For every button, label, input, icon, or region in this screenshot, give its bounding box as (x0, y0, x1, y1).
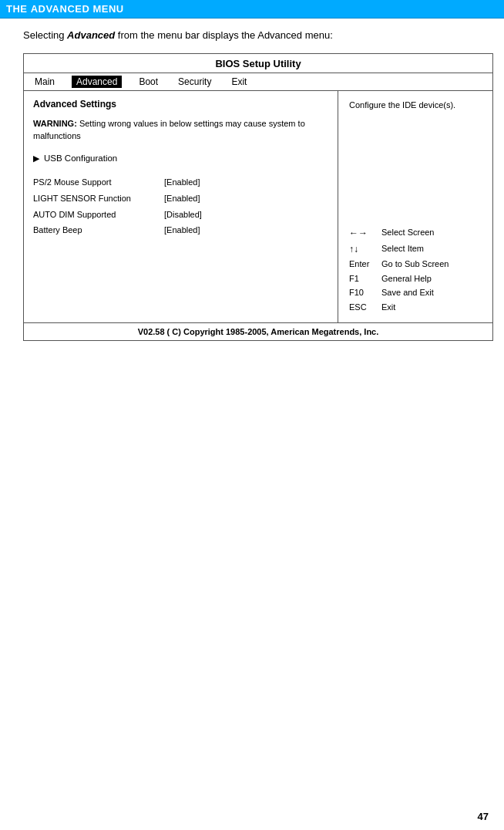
bios-menu-boot: Boot (136, 76, 161, 88)
bios-warning: WARNING: Setting wrong values in below s… (33, 117, 330, 143)
bios-right-panel: Configure the IDE device(s). ←→ Select S… (338, 91, 492, 322)
bios-menubar: Main Advanced Boot Security Exit (24, 73, 492, 91)
setting-value-3: [Enabled] (164, 222, 200, 238)
key-desc-5: Exit (381, 300, 395, 315)
bios-main-area: Advanced Settings WARNING: Setting wrong… (24, 91, 492, 322)
bios-warning-label: WARNING: (33, 119, 77, 128)
key-row-4: F10 Save and Exit (349, 285, 485, 300)
page-number: 47 (478, 811, 489, 822)
bios-menu-security: Security (175, 76, 214, 88)
section-header: THE ADVANCED MENU (0, 0, 504, 19)
bios-usb-item: ▶ USB Configuration (33, 154, 330, 164)
main-content: Selecting Advanced from the menu bar dis… (0, 19, 504, 349)
key-icon-arrows-lr: ←→ (349, 225, 377, 241)
setting-name-1: LIGHT SENSOR Function (33, 191, 164, 207)
setting-value-1: [Enabled] (164, 191, 200, 207)
key-label-f1: F1 (349, 272, 377, 286)
intro-italic: Advanced (67, 29, 115, 41)
bios-footer: V02.58 ( C) Copyright 1985-2005, America… (24, 322, 492, 340)
table-row: PS/2 Mouse Support [Enabled] (33, 174, 330, 191)
key-desc-0: Select Screen (381, 225, 434, 241)
bios-left-panel: Advanced Settings WARNING: Setting wrong… (24, 91, 338, 322)
bios-menu-exit: Exit (228, 76, 250, 88)
key-desc-2: Go to Sub Screen (381, 257, 449, 272)
intro-after: from the menu bar displays the Advanced … (115, 29, 333, 41)
header-the: THE (6, 3, 28, 15)
bios-key-legend: ←→ Select Screen ↑↓ Select Item Enter Go… (349, 225, 485, 315)
bios-screenshot: BIOS Setup Utility Main Advanced Boot Se… (23, 53, 493, 341)
setting-name-0: PS/2 Mouse Support (33, 174, 164, 191)
key-row-1: ↑↓ Select Item (349, 241, 485, 257)
key-desc-1: Select Item (381, 241, 424, 257)
header-title: ADVANCED MENU (31, 3, 124, 15)
bios-section-title: Advanced Settings (33, 99, 330, 110)
table-row: Battery Beep [Enabled] (33, 222, 330, 238)
key-label-f10: F10 (349, 285, 377, 300)
bios-menu-advanced: Advanced (72, 76, 122, 88)
key-desc-3: General Help (381, 272, 432, 286)
bios-usb-label: USB Configuration (44, 154, 117, 163)
key-row-3: F1 General Help (349, 272, 485, 286)
bios-settings-list: PS/2 Mouse Support [Enabled] LIGHT SENSO… (33, 174, 330, 239)
bios-usb-arrow: ▶ (33, 154, 39, 164)
key-label-enter: Enter (349, 257, 377, 272)
key-desc-4: Save and Exit (381, 285, 434, 300)
intro-before: Selecting (23, 29, 67, 41)
key-label-esc: ESC (349, 300, 377, 315)
setting-value-2: [Disabled] (164, 207, 202, 223)
setting-name-2: AUTO DIM Supported (33, 207, 164, 223)
table-row: LIGHT SENSOR Function [Enabled] (33, 191, 330, 207)
intro-paragraph: Selecting Advanced from the menu bar dis… (23, 28, 489, 44)
key-icon-arrows-ud: ↑↓ (349, 241, 377, 257)
bios-help-text: Configure the IDE device(s). (349, 99, 485, 112)
setting-name-3: Battery Beep (33, 222, 164, 238)
table-row: AUTO DIM Supported [Disabled] (33, 207, 330, 223)
setting-value-0: [Enabled] (164, 174, 200, 191)
bios-menu-main: Main (32, 76, 58, 88)
key-row-2: Enter Go to Sub Screen (349, 257, 485, 272)
bios-title: BIOS Setup Utility (24, 54, 492, 73)
key-row-0: ←→ Select Screen (349, 225, 485, 241)
key-row-5: ESC Exit (349, 300, 485, 315)
